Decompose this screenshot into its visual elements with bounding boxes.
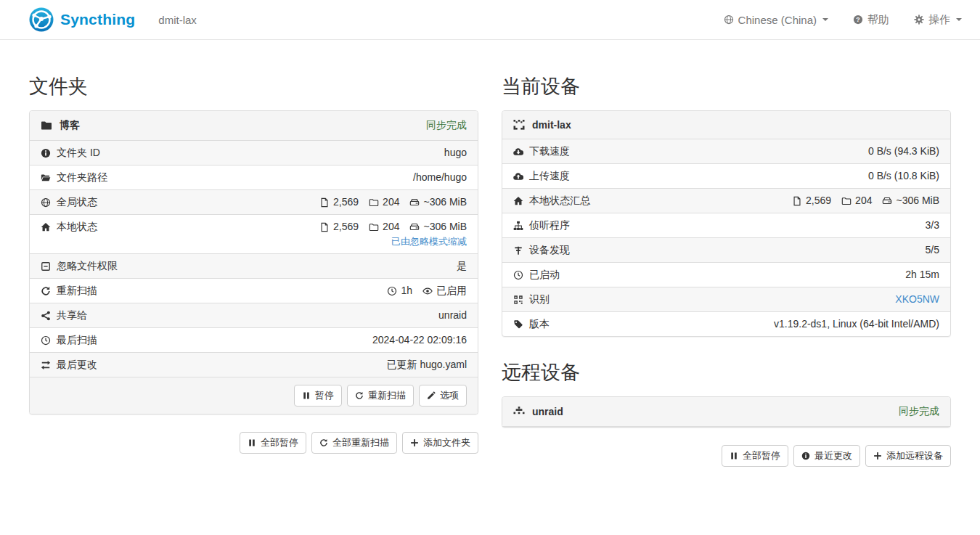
svg-text:?: ? [856,16,859,23]
actions-label: 操作 [928,13,950,27]
tag-icon [513,319,523,330]
syncthing-logo [29,7,54,32]
folder-panel: 博客 同步完成 文件夹 ID hugo [29,110,478,414]
device-dirs: 204 [855,195,872,207]
file-icon [319,222,330,232]
main-content: 文件夹 博客 同步完成 [0,40,980,467]
pencil-icon [427,391,436,400]
watch-enabled: 已启用 [436,285,467,297]
table-row-version: 版本 v1.19.2-ds1, Linux (64-bit Intel/AMD) [502,311,950,336]
brand[interactable]: Syncthing [29,7,135,32]
table-row-rescan: 重新扫描 1h [30,278,478,303]
device-identicon [513,119,525,131]
caret-down-icon [822,18,828,21]
row-label: 文件夹 ID [57,147,100,159]
hdd-icon [409,222,420,232]
table-row-last-scan: 最后扫描 2024-04-22 02:09:16 [30,327,478,352]
gear-icon [914,15,924,25]
options-button[interactable]: 选项 [419,385,467,407]
home-icon [513,196,523,206]
row-label: 设备发现 [529,244,570,256]
hdd-icon [409,197,420,208]
row-value: 是 [457,260,467,272]
row-label: 全局状态 [57,196,97,208]
row-label: 识别 [529,293,550,306]
table-row-ignore-permissions: 忽略文件权限 是 [30,253,478,278]
exchange-icon [41,360,51,370]
rescan-all-button[interactable]: 全部重新扫描 [311,432,397,454]
table-row-discovery: 设备发现 5/5 [502,237,950,262]
folder-status-badge: 同步完成 [426,119,467,132]
folder-name: 博客 [60,119,80,132]
row-label: 最后更改 [57,359,97,371]
table-row-local-state-total: 本地状态汇总 2,569 204 [502,188,950,213]
folder-open-icon [41,173,51,183]
navbar: Syncthing dmit-lax Chinese (China) ? 帮助 [0,0,980,40]
pause-all-folders-button[interactable]: 全部暂停 [240,432,306,454]
brand-name: Syncthing [60,11,135,28]
row-value: v1.19.2-ds1, Linux (64-bit Intel/AMD) [774,318,939,330]
table-row-local-state: 本地状态 2,569 [30,214,478,253]
this-device-name: dmit-lax [532,119,571,131]
discovery-icon [513,245,523,256]
pause-button[interactable]: 暂停 [294,385,342,407]
refresh-icon [41,286,51,296]
pause-icon [248,438,256,447]
sitemap-icon [513,221,523,231]
table-row-uptime: 已启动 2h 15m [502,262,950,287]
remote-device-name: unraid [532,406,563,417]
hdd-icon [882,196,892,206]
table-row-upload-rate: 上传速度 0 B/s (10.8 KiB) [502,163,950,188]
language-menu[interactable]: Chinese (China) [724,14,828,26]
eye-icon [422,286,433,296]
table-row-last-change: 最后更改 已更新 hugo.yaml [30,352,478,377]
rescan-button[interactable]: 重新扫描 [347,385,414,407]
remote-device-header[interactable]: unraid 同步完成 [502,397,950,427]
global-files: 2,569 [333,196,359,208]
row-label: 版本 [529,318,550,330]
pause-all-devices-button[interactable]: 全部暂停 [722,445,788,467]
device-id-link[interactable]: XKO5NW [895,293,939,306]
row-value: 0 B/s (94.3 KiB) [868,145,939,158]
folders-actions-row: 全部暂停 全部重新扫描 添加文件夹 [29,432,478,454]
pause-icon [730,452,738,460]
reduced-by-ignores-link[interactable]: 已由忽略模式缩减 [391,235,467,248]
row-value: 3/3 [926,219,939,232]
help-label: 帮助 [867,13,889,27]
file-icon [319,197,330,208]
actions-menu[interactable]: 操作 [914,13,962,27]
refresh-icon [319,438,328,447]
globe-icon [724,15,734,25]
question-circle-icon: ? [853,15,863,25]
remote-device-status-badge: 同步完成 [899,405,939,418]
add-folder-button[interactable]: 添加文件夹 [402,432,478,454]
folder-outline-icon [369,222,379,232]
folders-title: 文件夹 [29,73,478,99]
help-menu[interactable]: ? 帮助 [853,13,889,27]
local-files: 2,569 [333,221,359,233]
globe-icon [41,197,51,208]
language-label: Chinese (China) [738,14,817,26]
this-device-header[interactable]: dmit-lax [502,111,950,139]
row-label: 本地状态 [57,221,97,233]
folder-details-table: 文件夹 ID hugo 文件夹路径 /home/hugo [30,141,478,377]
global-dirs: 204 [383,196,399,208]
add-remote-device-button[interactable]: 添加远程设备 [865,445,951,467]
device-size: ~306 MiB [896,195,939,207]
plus-icon [873,452,882,460]
local-size: ~306 MiB [423,221,467,233]
row-label: 已启动 [529,269,560,281]
folder-panel-header[interactable]: 博客 同步完成 [30,111,478,141]
devices-column: 当前设备 dmit-lax [502,40,951,467]
clock-icon [513,270,523,280]
devices-actions-row: 全部暂停 最近更改 添加远程设备 [502,445,951,467]
table-row-global-state: 全局状态 2,569 204 [30,189,478,214]
navbar-device-name: dmit-lax [158,14,197,26]
file-icon [792,196,802,206]
folder-panel-footer: 暂停 重新扫描 选项 [30,377,478,414]
local-dirs: 204 [383,221,399,233]
row-label: 侦听程序 [529,219,570,232]
row-value: 2024-04-22 02:09:16 [372,334,467,346]
recent-changes-button[interactable]: 最近更改 [793,445,860,467]
row-label: 最后扫描 [57,334,97,346]
